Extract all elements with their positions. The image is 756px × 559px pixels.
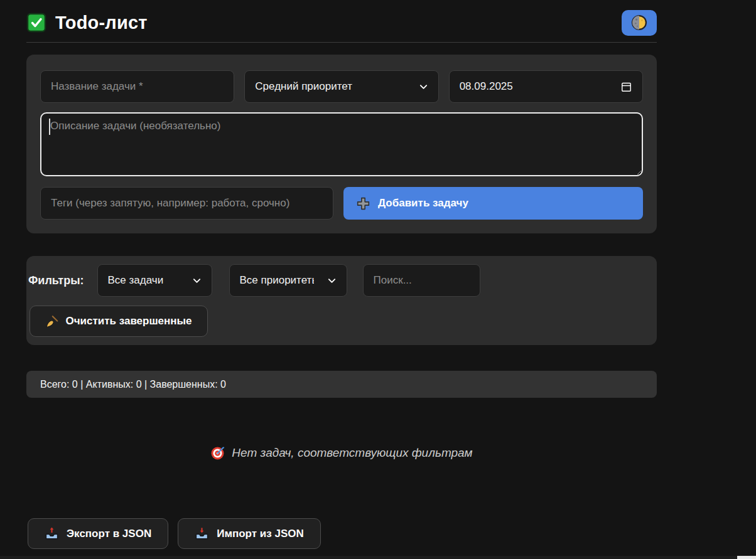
outbox-tray-icon bbox=[45, 526, 59, 541]
chevron-down-icon bbox=[327, 276, 337, 285]
stats-bar: Всего: 0 | Активных: 0 | Завершенных: 0 bbox=[26, 371, 657, 398]
text-caret bbox=[49, 119, 50, 135]
search-input[interactable] bbox=[363, 264, 480, 297]
empty-state: Нет задач, соответствующих фильтрам bbox=[26, 445, 657, 461]
add-task-label: Добавить задачу bbox=[378, 197, 468, 210]
header: Todo-лист bbox=[26, 0, 657, 35]
priority-select[interactable]: Средний приоритет bbox=[244, 70, 438, 103]
task-title-input[interactable] bbox=[40, 70, 234, 103]
calendar-icon bbox=[620, 81, 632, 93]
half-moon-icon bbox=[630, 14, 648, 31]
import-json-label: Импорт из JSON bbox=[217, 528, 304, 540]
filters-panel: Фильтры: Все задачи Все приоритеты bbox=[26, 256, 657, 345]
export-json-label: Экспорт в JSON bbox=[67, 528, 151, 540]
target-icon bbox=[210, 445, 225, 461]
plus-icon bbox=[356, 196, 370, 211]
clear-completed-button[interactable]: Очистить завершенные bbox=[30, 306, 208, 337]
task-form-panel: Средний приоритет 08.09.2025 bbox=[26, 55, 657, 233]
filters-label: Фильтры: bbox=[28, 274, 84, 287]
status-filter-select[interactable]: Все задачи bbox=[97, 264, 212, 297]
status-filter-value: Все задачи bbox=[108, 274, 164, 287]
todo-app: Todo-лист Средний приоритет bbox=[26, 0, 657, 549]
description-textarea[interactable] bbox=[40, 112, 643, 176]
horizontal-scrollbar-track[interactable] bbox=[0, 556, 756, 559]
stats-text: Всего: 0 | Активных: 0 | Завершенных: 0 bbox=[40, 379, 226, 390]
chevron-down-icon bbox=[192, 276, 202, 285]
priority-filter-value: Все приоритеты bbox=[240, 274, 314, 287]
export-json-button[interactable]: Экспорт в JSON bbox=[28, 518, 168, 549]
empty-state-message: Нет задач, соответствующих фильтрам bbox=[232, 446, 472, 460]
check-icon bbox=[26, 13, 46, 33]
inbox-tray-icon bbox=[195, 526, 209, 541]
priority-select-value: Средний приоритет bbox=[255, 80, 352, 93]
due-date-value: 08.09.2025 bbox=[460, 80, 513, 93]
page-title: Todo-лист bbox=[55, 13, 148, 33]
tags-input[interactable] bbox=[40, 187, 333, 220]
horizontal-scrollbar-thumb[interactable] bbox=[737, 556, 756, 559]
broom-icon bbox=[45, 315, 58, 328]
chevron-down-icon bbox=[419, 82, 428, 92]
theme-toggle-button[interactable] bbox=[622, 10, 657, 36]
footer-actions: Экспорт в JSON Импорт из JSON bbox=[28, 518, 657, 549]
priority-filter-select[interactable]: Все приоритеты bbox=[229, 264, 347, 297]
header-divider bbox=[26, 42, 657, 43]
add-task-button[interactable]: Добавить задачу bbox=[343, 187, 643, 220]
due-date-input[interactable]: 08.09.2025 bbox=[449, 70, 643, 103]
clear-completed-label: Очистить завершенные bbox=[65, 315, 192, 327]
import-json-button[interactable]: Импорт из JSON bbox=[178, 518, 321, 549]
